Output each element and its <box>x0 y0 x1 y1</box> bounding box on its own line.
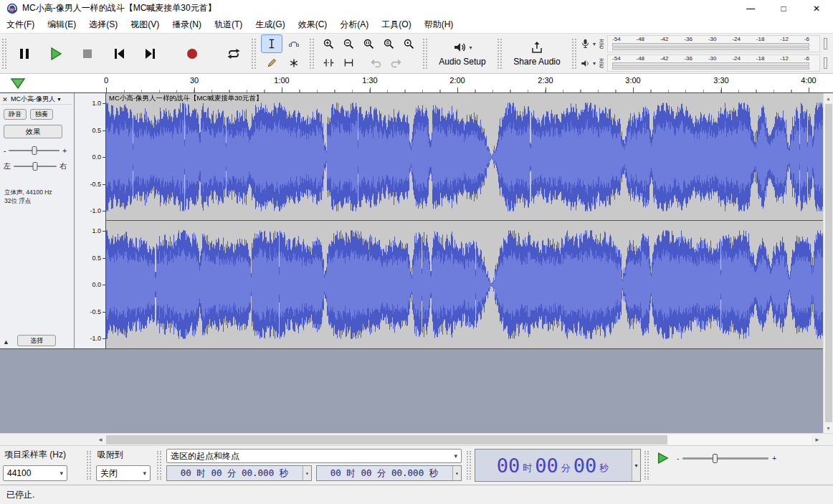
minimize-button[interactable]: — <box>734 0 767 16</box>
vertical-scrollbar-thumb[interactable] <box>825 104 832 422</box>
window-title: MC小高-像男人一样的战斗【MC喊麦接单30元首】 <box>22 2 216 14</box>
selection-tool-button[interactable] <box>261 34 282 53</box>
recording-meter[interactable]: ▾ 左 右 -54-48-42-36-30-24-18-12-6 <box>580 35 827 52</box>
selection-mode-dropdown-icon: ▾ <box>449 452 457 460</box>
vertical-ruler[interactable]: 1.0 0.5 0.0 -0.5 -1.0 1.0 0.5 0.0 -0.5 -… <box>75 93 106 349</box>
loop-button[interactable] <box>218 38 249 70</box>
trim-audio-icon <box>323 57 335 69</box>
speed-slider-thumb[interactable] <box>713 454 718 463</box>
zoom-selection-icon <box>363 38 375 50</box>
select-track-button[interactable]: 选择 <box>17 335 56 346</box>
pan-slider[interactable]: 左 右 <box>4 161 67 172</box>
share-toolbar-grip[interactable] <box>498 39 502 69</box>
timeline-ruler[interactable]: 0 30 1:00 1:30 2:00 2:30 3:00 3:30 4:00 <box>0 74 833 93</box>
playback-meter[interactable]: ▾ 左 右 -54-48-42-36-30-24-18-12-6 <box>580 54 827 72</box>
playback-speed-slider[interactable]: - + <box>677 455 776 462</box>
menu-effect[interactable]: 效果(C) <box>292 16 334 33</box>
silence-audio-button[interactable] <box>339 54 358 71</box>
zoom-selection-button[interactable] <box>359 36 378 52</box>
skip-to-end-button[interactable] <box>135 38 166 70</box>
trim-audio-button[interactable] <box>319 54 338 71</box>
play-at-speed-icon[interactable] <box>655 452 671 465</box>
scroll-left-icon[interactable]: ◄ <box>95 434 106 445</box>
undo-button[interactable] <box>366 54 385 71</box>
pan-slider-thumb[interactable] <box>33 162 38 171</box>
tools-toolbar-grip[interactable] <box>252 39 256 69</box>
horizontal-scrollbar-track[interactable] <box>106 434 811 445</box>
zoom-out-icon <box>343 38 355 50</box>
scroll-down-icon[interactable]: ▼ <box>824 423 833 433</box>
maximize-button[interactable]: □ <box>767 0 800 16</box>
track-format-line1: 立体声, 44100 Hz <box>4 188 52 196</box>
gain-slider-thumb[interactable] <box>32 146 37 155</box>
envelope-tool-button[interactable] <box>283 34 305 53</box>
play-button[interactable] <box>40 38 72 70</box>
menu-analyze[interactable]: 分析(A) <box>333 16 375 33</box>
audio-setup-button[interactable]: ▾ Audio Setup <box>429 36 495 72</box>
selection-start-dropdown-icon[interactable]: ▾ <box>303 466 311 480</box>
menu-file[interactable]: 文件(F) <box>0 16 41 33</box>
edit-toolbar-grip[interactable] <box>310 39 314 69</box>
skip-to-start-button[interactable] <box>103 38 135 70</box>
gain-slider[interactable]: - + <box>4 145 67 156</box>
scroll-up-icon[interactable]: ▲ <box>824 93 833 103</box>
menu-view[interactable]: 视图(V) <box>124 16 166 33</box>
menu-transport[interactable]: 播录(N) <box>166 16 208 33</box>
audio-position-display[interactable]: 00 时 00 分 00 秒 ▾ <box>475 449 641 482</box>
mute-button[interactable]: 静音 <box>4 109 27 120</box>
selection-end-dropdown-icon[interactable]: ▾ <box>452 466 461 480</box>
recording-meter-body[interactable]: -54-48-42-36-30-24-18-12-6 <box>607 35 820 52</box>
meter-toolbar-grip[interactable] <box>572 39 576 69</box>
track-name-menu[interactable]: MC小高-像男人▼ <box>11 95 72 104</box>
selection-end-field[interactable]: 00 时 00 分 00.000 秒 ▾ <box>316 465 462 481</box>
menu-tools[interactable]: 工具(O) <box>375 16 417 33</box>
horizontal-scrollbar[interactable]: ◄ ► <box>0 433 833 445</box>
record-button[interactable] <box>176 38 208 70</box>
menu-edit[interactable]: 编辑(E) <box>41 16 82 33</box>
pause-button[interactable] <box>9 38 40 70</box>
selection-start-field[interactable]: 00 时 00 分 00.000 秒 ▾ <box>166 465 312 481</box>
share-audio-button[interactable]: Share Audio <box>504 36 570 72</box>
timeline-pin-icon[interactable] <box>10 77 26 90</box>
effects-button[interactable]: 效果 <box>4 125 62 138</box>
ruler-label: 1.0 <box>92 227 101 234</box>
close-button[interactable]: ✕ <box>800 0 833 16</box>
share-audio-label: Share Audio <box>513 57 560 67</box>
stop-button[interactable] <box>72 38 103 70</box>
edit-toolbar <box>319 34 418 73</box>
selection-toolbar-grip[interactable] <box>157 451 161 480</box>
scroll-right-icon[interactable]: ► <box>811 434 823 445</box>
zoom-toggle-button[interactable] <box>399 36 418 52</box>
multi-tool-button[interactable] <box>283 54 305 72</box>
snap-toolbar-grip[interactable] <box>87 451 91 480</box>
playback-meter-body[interactable]: -54-48-42-36-30-24-18-12-6 <box>607 54 820 72</box>
timeline-tick-label: 30 <box>190 76 199 85</box>
track-close-button[interactable]: ✕ <box>1 96 9 103</box>
zoom-in-button[interactable] <box>319 36 338 52</box>
menu-generate[interactable]: 生成(G) <box>249 16 291 33</box>
project-rate-value: 44100 <box>7 468 31 478</box>
menu-help[interactable]: 帮助(H) <box>418 16 460 33</box>
vertical-scrollbar[interactable]: ▲ ▼ <box>823 93 833 433</box>
menu-tracks[interactable]: 轨道(T) <box>208 16 249 33</box>
menu-select[interactable]: 选择(S) <box>82 16 124 33</box>
zoom-fit-project-button[interactable] <box>379 36 398 52</box>
draw-tool-button[interactable] <box>261 54 282 72</box>
project-rate-combo[interactable]: 44100 ▾ <box>3 465 67 481</box>
horizontal-scrollbar-thumb[interactable] <box>106 435 667 444</box>
selection-mode-combo[interactable]: 选区的起点和终点 ▾ <box>166 449 462 463</box>
transport-toolbar-grip[interactable] <box>2 39 6 69</box>
speed-min-label: - <box>677 455 679 462</box>
redo-button[interactable] <box>386 54 405 71</box>
snap-combo[interactable]: 关闭 ▾ <box>96 465 151 481</box>
solo-button[interactable]: 独奏 <box>30 109 53 120</box>
position-dropdown-icon[interactable]: ▾ <box>632 450 640 481</box>
audio-setup-toolbar-grip[interactable] <box>423 39 427 69</box>
waveform-display[interactable] <box>106 93 823 348</box>
zoom-out-button[interactable] <box>339 36 358 52</box>
collapse-track-button[interactable]: ▲ <box>3 338 9 346</box>
transport-toolbar <box>9 34 249 73</box>
play-at-speed-grip[interactable] <box>644 451 649 480</box>
time-toolbar-grip[interactable] <box>467 451 471 480</box>
share-audio-icon <box>530 40 544 54</box>
